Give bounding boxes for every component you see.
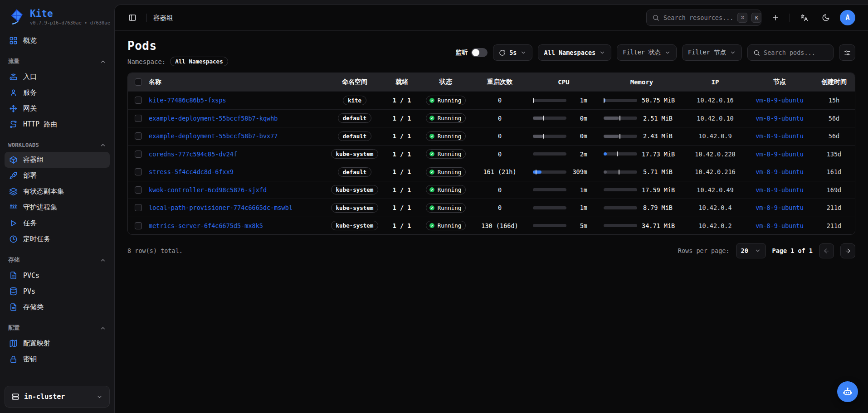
- ready-cell: 1 / 1: [383, 151, 420, 158]
- node-link[interactable]: vm-8-9-ubuntu: [756, 97, 804, 104]
- pod-name-link[interactable]: kite-77486c86b5-fxsps: [149, 97, 226, 104]
- select-all-checkbox[interactable]: [135, 78, 142, 86]
- watch-switch[interactable]: [471, 48, 488, 57]
- sidebar-item-deployments[interactable]: 部署: [5, 168, 110, 184]
- language-button[interactable]: [796, 10, 812, 25]
- chevron-down-icon: [664, 49, 671, 56]
- column-settings-button[interactable]: [839, 44, 855, 61]
- prev-page-button[interactable]: [819, 243, 834, 258]
- sidebar-item-cronjobs[interactable]: 定时任务: [5, 231, 110, 247]
- usage-bar-fill: [604, 117, 619, 120]
- sidebar-item-pvcs[interactable]: PVCs: [5, 267, 110, 283]
- chevron-down-icon: [96, 394, 103, 400]
- sidebar-item-configmaps[interactable]: 配置映射: [5, 335, 110, 351]
- pod-name-link[interactable]: coredns-777c594c85-dv24f: [149, 151, 237, 158]
- namespace-label: Namespace:: [127, 58, 166, 65]
- filter-node-select[interactable]: Filter 节点: [682, 44, 742, 61]
- header-separator-2: [790, 14, 790, 22]
- rows-per-page-select[interactable]: 20: [736, 243, 766, 258]
- row-checkbox[interactable]: [135, 97, 142, 104]
- sidebar-item-overview[interactable]: 概览: [5, 33, 110, 49]
- sidebar-item-daemonsets[interactable]: 守护进程集: [5, 199, 110, 215]
- row-checkbox[interactable]: [135, 168, 142, 175]
- sidebar-item-secrets[interactable]: 密钥: [5, 351, 110, 367]
- sidebar-section-text: WORKLOADS: [8, 141, 39, 148]
- col-header-name: 名称: [149, 78, 326, 86]
- global-search-input[interactable]: Search resources... ⌘ K: [646, 10, 761, 26]
- sidebar-item-jobs[interactable]: 任务: [5, 215, 110, 231]
- refresh-interval-select[interactable]: 5s: [493, 44, 532, 61]
- pod-name-link[interactable]: kwok-controller-6cd98c5876-sjxfd: [149, 186, 267, 194]
- node-link[interactable]: vm-8-9-ubuntu: [756, 222, 804, 229]
- node-link[interactable]: vm-8-9-ubuntu: [756, 115, 804, 122]
- sidebar: Kite v0.7.9-p16-d7630ae • d7630ae 概览流量入口…: [0, 0, 114, 413]
- ready-cell: 1 / 1: [383, 132, 420, 140]
- sidebar-item-label: 有状态副本集: [23, 187, 64, 196]
- node-cell: vm-8-9-ubuntu: [746, 222, 813, 229]
- sidebar-item-http-routes[interactable]: HTTP 路由: [5, 117, 110, 132]
- node-link[interactable]: vm-8-9-ubuntu: [756, 204, 804, 211]
- table-row: metrics-server-6f4c6675d5-mx8k5kube-syst…: [128, 217, 855, 235]
- row-checkbox[interactable]: [135, 204, 142, 211]
- status-badge: Running: [426, 221, 466, 230]
- sidebar-item-ingresses[interactable]: 入口: [5, 69, 110, 85]
- global-search-placeholder: Search resources...: [663, 14, 733, 21]
- node-link[interactable]: vm-8-9-ubuntu: [756, 186, 804, 194]
- pod-name-link[interactable]: stress-5f4cc4dc8d-6fxx9: [149, 168, 234, 175]
- row-checkbox[interactable]: [135, 186, 142, 194]
- col-header-restarts: 重启次数: [471, 78, 528, 86]
- sidebar-item-gateways[interactable]: 网关: [5, 101, 110, 117]
- theme-toggle-button[interactable]: [818, 10, 834, 25]
- ai-assistant-button[interactable]: [837, 381, 858, 402]
- usage-bar-fill: [533, 117, 543, 120]
- chevron-up-icon[interactable]: [100, 142, 106, 148]
- pods-search-input[interactable]: Search pods...: [747, 44, 834, 61]
- node-link[interactable]: vm-8-9-ubuntu: [756, 132, 804, 140]
- layers-icon: [9, 187, 18, 196]
- row-checkbox[interactable]: [135, 132, 142, 140]
- daemon-icon: [9, 203, 18, 212]
- route-icon: [9, 120, 18, 129]
- app-logo[interactable]: Kite v0.7.9-p16-d7630ae • d7630ae: [5, 6, 110, 30]
- row-checkbox[interactable]: [135, 151, 142, 158]
- namespace-select[interactable]: All Namespaces: [538, 44, 611, 61]
- sidebar-item-label: 部署: [23, 171, 37, 180]
- usage-value: 1m: [571, 97, 587, 104]
- cluster-selector[interactable]: in-cluster: [5, 386, 110, 408]
- next-page-button[interactable]: [840, 243, 855, 258]
- usage-bar-marker: [619, 170, 619, 175]
- row-checkbox[interactable]: [135, 222, 142, 229]
- sidebar-item-services[interactable]: 服务: [5, 85, 110, 101]
- node-link[interactable]: vm-8-9-ubuntu: [756, 151, 804, 158]
- sidebar-toggle-button[interactable]: [125, 10, 140, 25]
- kbd-cmd: ⌘: [737, 13, 747, 23]
- row-checkbox[interactable]: [135, 115, 142, 122]
- namespace-badge: kube-system: [331, 221, 379, 230]
- chevron-up-icon[interactable]: [100, 257, 106, 263]
- sidebar-item-label: 容器组: [23, 155, 44, 164]
- chevron-up-icon[interactable]: [100, 58, 106, 65]
- pod-name-cell: kite-77486c86b5-fxsps: [149, 97, 326, 104]
- add-resource-button[interactable]: [768, 10, 783, 25]
- node-link[interactable]: vm-8-9-ubuntu: [756, 168, 804, 175]
- sidebar-item-pods[interactable]: 容器组: [5, 152, 110, 168]
- pod-name-link[interactable]: metrics-server-6f4c6675d5-mx8k5: [149, 222, 263, 229]
- filter-status-select[interactable]: Filter 状态: [617, 44, 677, 61]
- usage-metric: 2.43 MiB: [599, 132, 684, 140]
- service-icon: [9, 88, 18, 97]
- usage-bar-marker: [536, 170, 536, 175]
- sidebar-item-label: 网关: [23, 104, 37, 113]
- pod-name-link[interactable]: example-deployment-55bccf58b7-kqwhb: [149, 115, 278, 122]
- check-circle-icon: [429, 223, 435, 228]
- sidebar-item-pvs[interactable]: PVs: [5, 283, 110, 299]
- pod-name-link[interactable]: example-deployment-55bccf58b7-bvx77: [149, 132, 278, 140]
- chevron-up-icon[interactable]: [100, 325, 106, 331]
- pod-name-link[interactable]: local-path-provisioner-774c6665dc-mswbl: [149, 204, 293, 211]
- usage-bar-fill: [533, 135, 543, 138]
- sidebar-item-label: 服务: [23, 88, 37, 97]
- avatar[interactable]: A: [840, 10, 855, 25]
- sidebar-item-storage-classes[interactable]: 存储类: [5, 299, 110, 315]
- usage-bar: [604, 99, 637, 102]
- restarts-cell: 0: [471, 204, 528, 211]
- sidebar-item-statefulsets[interactable]: 有状态副本集: [5, 184, 110, 199]
